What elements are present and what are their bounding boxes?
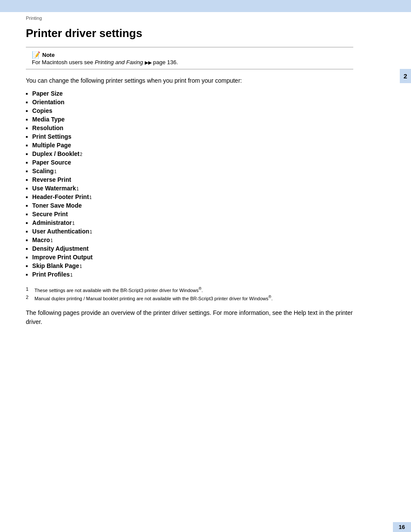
- list-item: Macro1: [26, 236, 353, 243]
- note-box: 📝 Note For Macintosh users see Printing …: [26, 47, 353, 69]
- page-title: Printer driver settings: [26, 27, 353, 40]
- settings-list: Paper SizeOrientationCopiesMedia TypeRes…: [26, 90, 353, 278]
- footnote-item: 1These settings are not available with t…: [26, 286, 353, 293]
- list-item: Improve Print Output: [26, 254, 353, 261]
- breadcrumb: Printing: [0, 12, 411, 22]
- list-item: Resolution: [26, 124, 353, 131]
- list-item: User Authentication1: [26, 228, 353, 235]
- list-item: Copies: [26, 107, 353, 114]
- list-item: Paper Source: [26, 159, 353, 166]
- list-item: Scaling1: [26, 168, 353, 174]
- intro-text: You can change the following printer set…: [26, 77, 353, 84]
- list-item: Use Watermark1: [26, 185, 353, 192]
- list-item: Multiple Page: [26, 142, 353, 149]
- page-number-box: 16: [393, 522, 411, 532]
- note-icon: 📝: [32, 51, 40, 59]
- list-item: Reverse Print: [26, 176, 353, 183]
- note-label: 📝 Note: [32, 51, 178, 59]
- top-bar: [0, 0, 411, 12]
- list-item: Toner Save Mode: [26, 202, 353, 209]
- page-number-bar: 16: [0, 522, 411, 532]
- chapter-tab: 2: [400, 69, 411, 83]
- main-content: Printer driver settings 📝 Note For Macin…: [0, 22, 388, 352]
- note-text: For Macintosh users see Printing and Fax…: [32, 59, 178, 65]
- footnote-item: 2Manual duplex printing / Manual booklet…: [26, 295, 353, 301]
- closing-text: The following pages provide an overview …: [26, 308, 353, 327]
- footnotes: 1These settings are not available with t…: [26, 286, 353, 301]
- list-item: Secure Print: [26, 211, 353, 218]
- list-item: Print Settings: [26, 133, 353, 140]
- list-item: Print Profiles1: [26, 271, 353, 278]
- list-item: Paper Size: [26, 90, 353, 97]
- breadcrumb-text: Printing: [26, 16, 42, 21]
- list-item: Orientation: [26, 99, 353, 106]
- list-item: Media Type: [26, 116, 353, 123]
- list-item: Skip Blank Page1: [26, 262, 353, 269]
- list-item: Duplex / Booklet2: [26, 150, 353, 157]
- list-item: Density Adjustment: [26, 245, 353, 252]
- list-item: Administrator1: [26, 219, 353, 226]
- list-item: Header-Footer Print1: [26, 193, 353, 200]
